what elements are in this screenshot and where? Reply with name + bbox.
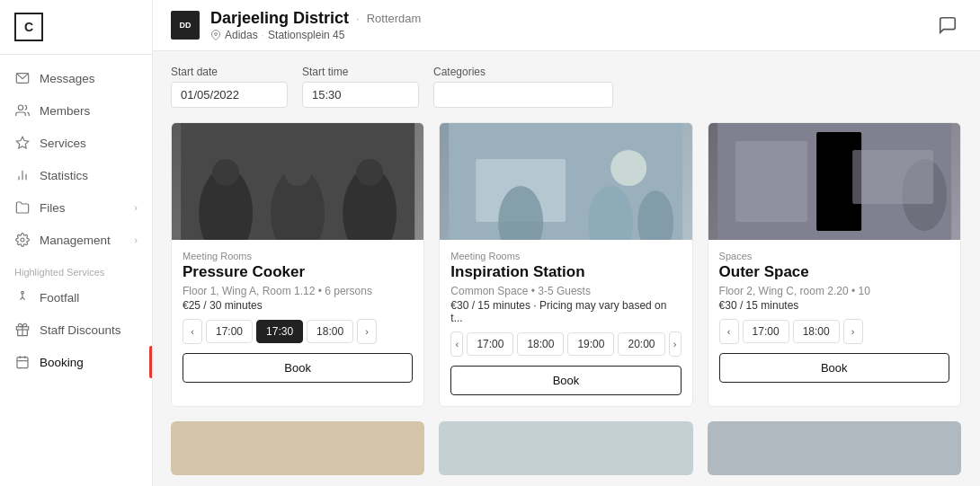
sidebar-item-services[interactable]: Services	[0, 127, 152, 159]
start-date-label: Start date	[171, 66, 288, 78]
preview-card-1	[439, 421, 692, 475]
slot-button[interactable]: 19:00	[567, 332, 614, 356]
chevron-icon: ›	[134, 234, 138, 245]
location-city: Rotterdam	[367, 12, 422, 25]
card-image-0	[172, 123, 423, 240]
sidebar-item-staff-discounts[interactable]: Staff Discounts	[0, 314, 152, 346]
slot-button[interactable]: 20:00	[618, 332, 664, 356]
sidebar-item-label: Staff Discounts	[40, 323, 121, 337]
book-button[interactable]: Book	[450, 366, 681, 395]
card-location: Floor 2, Wing C, room 2.20 • 10	[719, 285, 949, 297]
location-name: Darjeeling District	[210, 9, 349, 28]
sidebar-item-label: Files	[40, 201, 66, 215]
folder-icon	[14, 199, 31, 216]
start-time-input[interactable]	[302, 82, 419, 108]
book-button[interactable]: Book	[719, 353, 949, 383]
sidebar-item-files[interactable]: Files ›	[0, 191, 152, 224]
card-2: Spaces Outer Space Floor 2, Wing C, room…	[708, 122, 961, 407]
sidebar-item-label: Footfall	[40, 291, 79, 305]
svg-point-7	[22, 291, 24, 294]
star-icon	[14, 135, 31, 151]
slot-next-button[interactable]: ›	[843, 319, 863, 344]
card-pricing: €30 / 15 minutes	[719, 299, 949, 312]
slot-prev-button[interactable]: ‹	[719, 319, 739, 344]
card-slots: ‹ 17:0018:00 ›	[719, 319, 949, 344]
sidebar-item-label: Services	[40, 137, 86, 150]
card-image-2	[708, 123, 960, 240]
sidebar-item-members[interactable]: Members	[0, 94, 152, 127]
preview-card-0	[171, 421, 424, 475]
svg-rect-30	[735, 141, 807, 222]
sidebar: C Messages Members Services Statistics F…	[0, 0, 153, 486]
slot-button[interactable]: 17:00	[467, 332, 513, 356]
card-location: Common Space • 3-5 Guests	[450, 285, 681, 297]
card-title: Outer Space	[719, 263, 949, 281]
filters-row: Start date Start time Categories	[171, 66, 962, 108]
card-0: Meeting Rooms Pressure Cooker Floor 1, W…	[171, 122, 424, 407]
main-content: DD Darjeeling District · Rotterdam Adida…	[153, 0, 980, 486]
start-time-group: Start time	[302, 66, 419, 108]
app-logo: C	[14, 13, 43, 41]
svg-point-25	[610, 150, 646, 186]
sidebar-nav: Messages Members Services Statistics Fil…	[0, 55, 152, 486]
card-slots: ‹ 17:0018:0019:0020:00 ›	[450, 331, 681, 357]
book-button[interactable]: Book	[183, 353, 413, 383]
sidebar-item-statistics[interactable]: Statistics	[0, 159, 152, 191]
svg-marker-2	[16, 137, 28, 148]
sidebar-item-label: Statistics	[40, 169, 88, 182]
settings-icon	[14, 232, 31, 248]
card-title: Pressure Cooker	[183, 263, 413, 281]
sidebar-item-booking[interactable]: Booking	[0, 346, 152, 378]
card-category: Meeting Rooms	[450, 251, 681, 261]
slot-next-button[interactable]: ›	[357, 319, 377, 344]
slot-prev-button[interactable]: ‹	[450, 331, 463, 357]
slot-button[interactable]: 17:00	[206, 320, 253, 343]
card-pricing: €25 / 30 minutes	[183, 299, 413, 312]
header-info: Darjeeling District · Rotterdam Adidas ·…	[210, 9, 421, 41]
start-date-input[interactable]	[171, 82, 288, 108]
header: DD Darjeeling District · Rotterdam Adida…	[153, 0, 980, 51]
card-pricing: €30 / 15 minutes · Pricing may vary base…	[450, 299, 681, 324]
categories-group: Categories	[433, 66, 613, 108]
sidebar-item-label: Messages	[40, 72, 95, 85]
sidebar-item-footfall[interactable]: Footfall	[0, 281, 152, 314]
start-date-group: Start date	[171, 66, 288, 108]
slot-next-button[interactable]: ›	[669, 331, 682, 357]
slot-button[interactable]: 18:00	[307, 320, 353, 343]
card-body-2: Spaces Outer Space Floor 2, Wing C, room…	[708, 240, 960, 406]
calendar-icon	[14, 354, 31, 370]
district-badge: DD	[171, 11, 200, 40]
chevron-icon: ›	[134, 202, 138, 213]
card-category: Spaces	[719, 251, 949, 261]
start-time-label: Start time	[302, 66, 419, 78]
slot-button[interactable]: 18:00	[793, 320, 840, 343]
slot-prev-button[interactable]: ‹	[183, 319, 202, 344]
card-title: Inspiration Station	[450, 263, 681, 281]
slot-button[interactable]: 17:00	[743, 320, 789, 343]
slot-button[interactable]: 17:30	[256, 320, 303, 343]
chat-icon	[938, 15, 958, 35]
card-location: Floor 1, Wing A, Room 1.12 • 6 persons	[183, 285, 413, 297]
chart-icon	[14, 167, 31, 183]
slot-button[interactable]: 18:00	[517, 332, 564, 356]
svg-point-1	[18, 105, 22, 110]
users-icon	[14, 102, 31, 119]
card-body-0: Meeting Rooms Pressure Cooker Floor 1, W…	[172, 240, 423, 406]
svg-rect-22	[181, 123, 414, 240]
card-1: Meeting Rooms Inspiration Station Common…	[439, 122, 692, 407]
card-image-1	[440, 123, 691, 240]
sidebar-item-label: Booking	[40, 356, 84, 369]
svg-rect-33	[852, 150, 933, 204]
sidebar-item-messages[interactable]: Messages	[0, 62, 152, 94]
card-body-1: Meeting Rooms Inspiration Station Common…	[440, 240, 691, 406]
sidebar-item-label: Management	[40, 234, 111, 247]
mail-icon	[14, 70, 31, 86]
sidebar-item-management[interactable]: Management ›	[0, 224, 152, 256]
cards-grid: Meeting Rooms Pressure Cooker Floor 1, W…	[171, 122, 962, 407]
categories-input[interactable]	[433, 82, 613, 108]
chat-icon-button[interactable]	[933, 11, 962, 40]
content-area: Start date Start time Categories	[153, 51, 980, 486]
partner-name: Adidas	[225, 29, 258, 41]
header-left: DD Darjeeling District · Rotterdam Adida…	[171, 9, 421, 41]
card-slots: ‹ 17:0017:3018:00 ›	[183, 319, 413, 344]
